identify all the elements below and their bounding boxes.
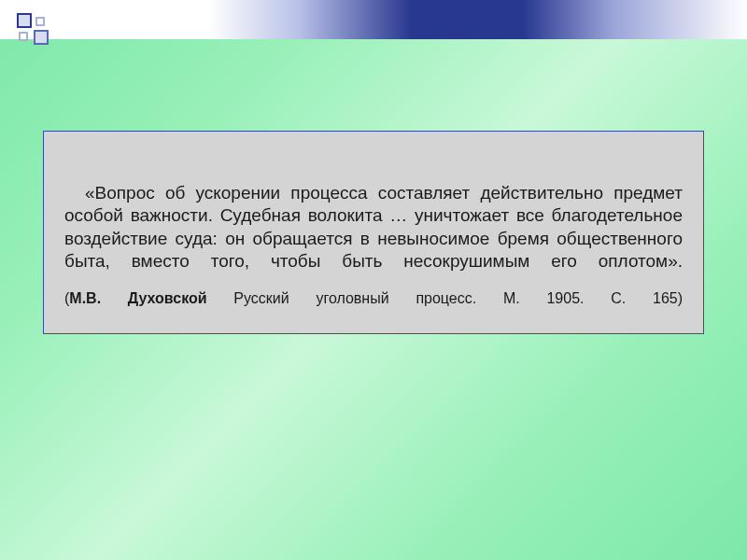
logo-square-icon <box>17 13 32 28</box>
logo-square-icon <box>34 30 49 45</box>
quote-text: «Вопрос об ускорении процесса составляет… <box>64 182 683 273</box>
header-bar <box>0 0 747 39</box>
logo-square-icon <box>19 32 28 41</box>
citation-author: М.В. Духовской <box>69 290 206 306</box>
quote-citation: (М.В. Духовской Русский уголовный процес… <box>64 289 683 309</box>
logo-squares <box>17 13 50 47</box>
citation-rest: Русский уголовный процесс. М. 1905. С. 1… <box>207 290 683 306</box>
logo-square-icon <box>35 17 45 26</box>
quote-body: «Вопрос об ускорении процесса составляет… <box>64 183 683 271</box>
quote-box: «Вопрос об ускорении процесса составляет… <box>43 131 704 334</box>
